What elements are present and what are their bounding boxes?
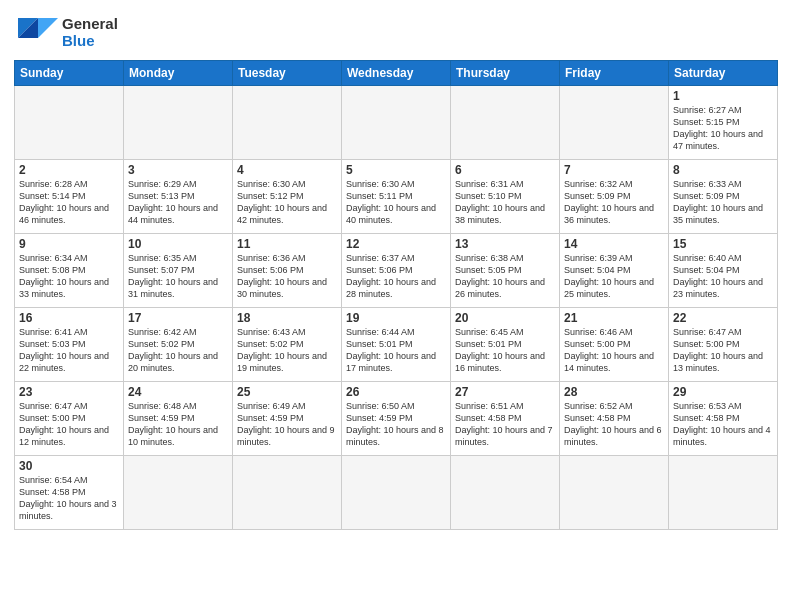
calendar-header: SundayMondayTuesdayWednesdayThursdayFrid… — [15, 61, 778, 86]
calendar-week-row: 2Sunrise: 6:28 AM Sunset: 5:14 PM Daylig… — [15, 160, 778, 234]
day-info: Sunrise: 6:54 AM Sunset: 4:58 PM Dayligh… — [19, 474, 119, 523]
calendar-cell: 24Sunrise: 6:48 AM Sunset: 4:59 PM Dayli… — [124, 382, 233, 456]
calendar-cell — [233, 456, 342, 530]
weekday-header-thursday: Thursday — [451, 61, 560, 86]
page: GeneralBlue SundayMondayTuesdayWednesday… — [0, 0, 792, 612]
day-info: Sunrise: 6:44 AM Sunset: 5:01 PM Dayligh… — [346, 326, 446, 375]
day-info: Sunrise: 6:36 AM Sunset: 5:06 PM Dayligh… — [237, 252, 337, 301]
day-number: 26 — [346, 385, 446, 399]
day-info: Sunrise: 6:37 AM Sunset: 5:06 PM Dayligh… — [346, 252, 446, 301]
day-number: 14 — [564, 237, 664, 251]
day-info: Sunrise: 6:47 AM Sunset: 5:00 PM Dayligh… — [19, 400, 119, 449]
day-number: 2 — [19, 163, 119, 177]
calendar-week-row: 30Sunrise: 6:54 AM Sunset: 4:58 PM Dayli… — [15, 456, 778, 530]
day-number: 1 — [673, 89, 773, 103]
day-info: Sunrise: 6:31 AM Sunset: 5:10 PM Dayligh… — [455, 178, 555, 227]
day-number: 30 — [19, 459, 119, 473]
day-info: Sunrise: 6:30 AM Sunset: 5:12 PM Dayligh… — [237, 178, 337, 227]
calendar-cell — [342, 456, 451, 530]
calendar-week-row: 16Sunrise: 6:41 AM Sunset: 5:03 PM Dayli… — [15, 308, 778, 382]
day-info: Sunrise: 6:40 AM Sunset: 5:04 PM Dayligh… — [673, 252, 773, 301]
day-number: 5 — [346, 163, 446, 177]
calendar-cell — [124, 456, 233, 530]
day-number: 19 — [346, 311, 446, 325]
day-number: 22 — [673, 311, 773, 325]
day-info: Sunrise: 6:52 AM Sunset: 4:58 PM Dayligh… — [564, 400, 664, 449]
calendar-cell — [124, 86, 233, 160]
weekday-header-tuesday: Tuesday — [233, 61, 342, 86]
header: GeneralBlue — [14, 10, 778, 54]
logo-text: GeneralBlue — [62, 15, 118, 50]
day-number: 6 — [455, 163, 555, 177]
svg-marker-2 — [38, 18, 58, 38]
calendar-cell: 12Sunrise: 6:37 AM Sunset: 5:06 PM Dayli… — [342, 234, 451, 308]
day-info: Sunrise: 6:28 AM Sunset: 5:14 PM Dayligh… — [19, 178, 119, 227]
weekday-header-saturday: Saturday — [669, 61, 778, 86]
day-info: Sunrise: 6:53 AM Sunset: 4:58 PM Dayligh… — [673, 400, 773, 449]
calendar-cell: 3Sunrise: 6:29 AM Sunset: 5:13 PM Daylig… — [124, 160, 233, 234]
calendar-cell: 20Sunrise: 6:45 AM Sunset: 5:01 PM Dayli… — [451, 308, 560, 382]
day-info: Sunrise: 6:33 AM Sunset: 5:09 PM Dayligh… — [673, 178, 773, 227]
calendar-cell: 6Sunrise: 6:31 AM Sunset: 5:10 PM Daylig… — [451, 160, 560, 234]
weekday-header-row: SundayMondayTuesdayWednesdayThursdayFrid… — [15, 61, 778, 86]
day-number: 27 — [455, 385, 555, 399]
calendar-cell — [15, 86, 124, 160]
calendar-cell: 26Sunrise: 6:50 AM Sunset: 4:59 PM Dayli… — [342, 382, 451, 456]
calendar-cell: 7Sunrise: 6:32 AM Sunset: 5:09 PM Daylig… — [560, 160, 669, 234]
day-number: 16 — [19, 311, 119, 325]
logo: GeneralBlue — [14, 10, 118, 54]
calendar-body: 1Sunrise: 6:27 AM Sunset: 5:15 PM Daylig… — [15, 86, 778, 530]
calendar-cell: 1Sunrise: 6:27 AM Sunset: 5:15 PM Daylig… — [669, 86, 778, 160]
calendar-cell — [669, 456, 778, 530]
calendar-cell: 5Sunrise: 6:30 AM Sunset: 5:11 PM Daylig… — [342, 160, 451, 234]
day-info: Sunrise: 6:45 AM Sunset: 5:01 PM Dayligh… — [455, 326, 555, 375]
day-number: 10 — [128, 237, 228, 251]
calendar-cell: 4Sunrise: 6:30 AM Sunset: 5:12 PM Daylig… — [233, 160, 342, 234]
weekday-header-wednesday: Wednesday — [342, 61, 451, 86]
day-info: Sunrise: 6:51 AM Sunset: 4:58 PM Dayligh… — [455, 400, 555, 449]
day-number: 24 — [128, 385, 228, 399]
day-info: Sunrise: 6:42 AM Sunset: 5:02 PM Dayligh… — [128, 326, 228, 375]
day-info: Sunrise: 6:47 AM Sunset: 5:00 PM Dayligh… — [673, 326, 773, 375]
calendar-cell: 27Sunrise: 6:51 AM Sunset: 4:58 PM Dayli… — [451, 382, 560, 456]
calendar-cell: 23Sunrise: 6:47 AM Sunset: 5:00 PM Dayli… — [15, 382, 124, 456]
calendar-week-row: 9Sunrise: 6:34 AM Sunset: 5:08 PM Daylig… — [15, 234, 778, 308]
day-info: Sunrise: 6:43 AM Sunset: 5:02 PM Dayligh… — [237, 326, 337, 375]
day-info: Sunrise: 6:38 AM Sunset: 5:05 PM Dayligh… — [455, 252, 555, 301]
day-number: 3 — [128, 163, 228, 177]
day-number: 17 — [128, 311, 228, 325]
day-info: Sunrise: 6:49 AM Sunset: 4:59 PM Dayligh… — [237, 400, 337, 449]
calendar-week-row: 1Sunrise: 6:27 AM Sunset: 5:15 PM Daylig… — [15, 86, 778, 160]
calendar-cell: 17Sunrise: 6:42 AM Sunset: 5:02 PM Dayli… — [124, 308, 233, 382]
calendar-cell: 18Sunrise: 6:43 AM Sunset: 5:02 PM Dayli… — [233, 308, 342, 382]
calendar-cell: 25Sunrise: 6:49 AM Sunset: 4:59 PM Dayli… — [233, 382, 342, 456]
calendar-cell: 16Sunrise: 6:41 AM Sunset: 5:03 PM Dayli… — [15, 308, 124, 382]
weekday-header-sunday: Sunday — [15, 61, 124, 86]
day-info: Sunrise: 6:50 AM Sunset: 4:59 PM Dayligh… — [346, 400, 446, 449]
day-number: 9 — [19, 237, 119, 251]
calendar-cell — [451, 86, 560, 160]
calendar-cell: 2Sunrise: 6:28 AM Sunset: 5:14 PM Daylig… — [15, 160, 124, 234]
day-number: 4 — [237, 163, 337, 177]
day-number: 8 — [673, 163, 773, 177]
calendar-week-row: 23Sunrise: 6:47 AM Sunset: 5:00 PM Dayli… — [15, 382, 778, 456]
calendar-cell: 30Sunrise: 6:54 AM Sunset: 4:58 PM Dayli… — [15, 456, 124, 530]
day-number: 18 — [237, 311, 337, 325]
day-number: 13 — [455, 237, 555, 251]
day-number: 21 — [564, 311, 664, 325]
calendar-cell: 8Sunrise: 6:33 AM Sunset: 5:09 PM Daylig… — [669, 160, 778, 234]
day-number: 11 — [237, 237, 337, 251]
day-number: 28 — [564, 385, 664, 399]
day-info: Sunrise: 6:35 AM Sunset: 5:07 PM Dayligh… — [128, 252, 228, 301]
calendar-cell: 11Sunrise: 6:36 AM Sunset: 5:06 PM Dayli… — [233, 234, 342, 308]
day-number: 7 — [564, 163, 664, 177]
calendar-cell — [233, 86, 342, 160]
calendar-cell: 28Sunrise: 6:52 AM Sunset: 4:58 PM Dayli… — [560, 382, 669, 456]
weekday-header-friday: Friday — [560, 61, 669, 86]
day-number: 20 — [455, 311, 555, 325]
calendar-cell — [342, 86, 451, 160]
day-info: Sunrise: 6:34 AM Sunset: 5:08 PM Dayligh… — [19, 252, 119, 301]
calendar-cell — [560, 456, 669, 530]
day-info: Sunrise: 6:41 AM Sunset: 5:03 PM Dayligh… — [19, 326, 119, 375]
calendar-cell — [560, 86, 669, 160]
